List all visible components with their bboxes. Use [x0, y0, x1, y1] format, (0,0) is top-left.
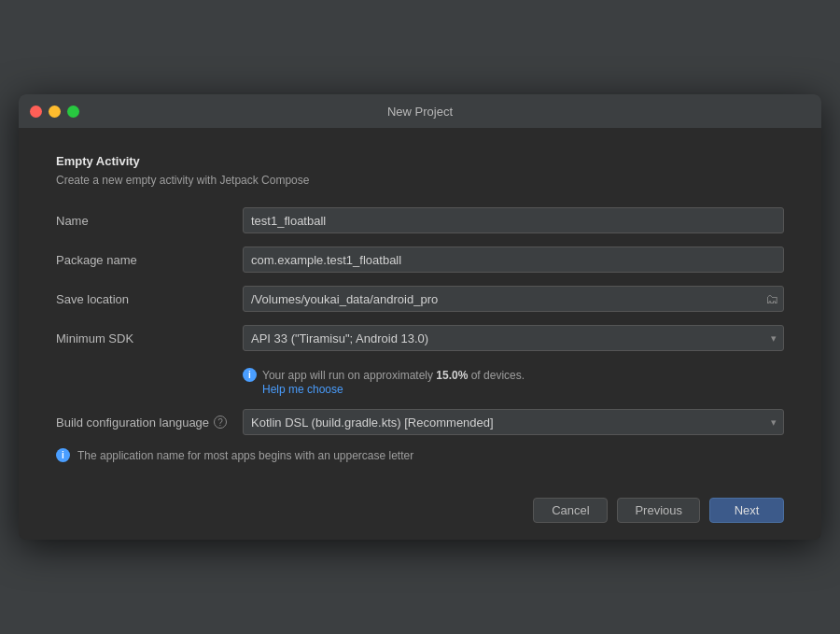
form-rows: Name Package name Save location 🗂 — [56, 207, 784, 435]
window-controls — [30, 106, 79, 118]
save-location-input[interactable] — [243, 286, 784, 312]
package-name-row: Package name — [56, 247, 784, 273]
save-location-row: Save location 🗂 — [56, 286, 784, 312]
section-title: Empty Activity — [56, 154, 784, 168]
name-row: Name — [56, 207, 784, 233]
save-location-label: Save location — [56, 292, 243, 306]
cancel-button[interactable]: Cancel — [533, 498, 608, 523]
help-me-choose-link[interactable]: Help me choose — [262, 383, 343, 396]
sdk-info-row: i Your app will run on approximately 15.… — [56, 364, 784, 396]
build-config-control: Kotlin DSL (build.gradle.kts) [Recommend… — [243, 409, 784, 435]
minimum-sdk-row: Minimum SDK API 33 ("Tiramisu"; Android … — [56, 325, 784, 351]
name-input[interactable] — [243, 207, 784, 233]
bottom-info-text: The application name for most apps begin… — [77, 449, 413, 462]
package-name-input[interactable] — [243, 247, 784, 273]
minimum-sdk-control: API 33 ("Tiramisu"; Android 13.0) ▾ — [243, 325, 784, 351]
sdk-info-text: i Your app will run on approximately 15.… — [243, 368, 525, 382]
build-config-help-icon[interactable]: ? — [214, 416, 227, 429]
build-config-select-wrapper: Kotlin DSL (build.gradle.kts) [Recommend… — [243, 409, 784, 435]
minimum-sdk-label: Minimum SDK — [56, 331, 243, 345]
name-label: Name — [56, 214, 243, 228]
bottom-info: i The application name for most apps beg… — [56, 435, 784, 462]
sdk-text-post: of devices. — [468, 369, 525, 382]
package-name-label: Package name — [56, 253, 243, 267]
package-name-control — [243, 247, 784, 273]
minimum-sdk-select-wrapper: API 33 ("Tiramisu"; Android 13.0) ▾ — [243, 325, 784, 351]
bottom-info-icon: i — [56, 448, 70, 462]
sdk-info-block: i Your app will run on approximately 15.… — [243, 368, 525, 396]
maximize-button[interactable] — [67, 106, 79, 118]
folder-icon[interactable]: 🗂 — [765, 291, 778, 306]
sdk-text-pre: Your app will run on approximately — [262, 369, 436, 382]
main-content: Empty Activity Create a new empty activi… — [19, 128, 821, 485]
close-button[interactable] — [30, 106, 42, 118]
sdk-info-description: Your app will run on approximately 15.0%… — [262, 369, 525, 382]
title-bar: New Project — [19, 94, 821, 128]
name-control — [243, 207, 784, 233]
sdk-percentage: 15.0% — [436, 369, 468, 382]
folder-input-wrapper: 🗂 — [243, 286, 784, 312]
previous-button[interactable]: Previous — [617, 498, 700, 523]
subtitle: Create a new empty activity with Jetpack… — [56, 174, 784, 187]
minimum-sdk-select[interactable]: API 33 ("Tiramisu"; Android 13.0) — [243, 325, 784, 351]
next-button[interactable]: Next — [709, 498, 784, 523]
info-icon: i — [243, 368, 257, 382]
build-config-row: Build configuration language ? Kotlin DS… — [56, 409, 784, 435]
window-title: New Project — [387, 105, 453, 119]
new-project-window: New Project Empty Activity Create a new … — [19, 94, 821, 540]
build-config-select[interactable]: Kotlin DSL (build.gradle.kts) [Recommend… — [243, 409, 784, 435]
save-location-control: 🗂 — [243, 286, 784, 312]
build-config-label: Build configuration language ? — [56, 416, 243, 430]
footer-buttons: Cancel Previous Next — [19, 485, 821, 540]
minimize-button[interactable] — [49, 106, 61, 118]
